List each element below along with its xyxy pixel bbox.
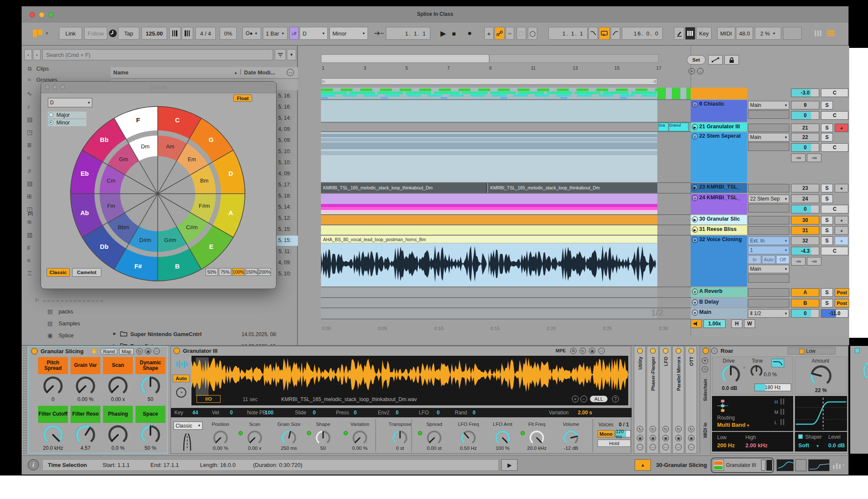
track-header[interactable]: 23 KMRBI_TSL_ [691, 183, 747, 193]
send-box[interactable]: -∞ [791, 257, 806, 266]
param-knob[interactable] [494, 429, 511, 446]
clip-lane[interactable] [321, 100, 657, 122]
io-empty-box[interactable] [748, 299, 789, 307]
io-dropdown[interactable]: 22 Stem Sep▼ [748, 195, 789, 203]
strip-icon[interactable]: ↻ [688, 426, 694, 432]
scale-root-dropdown[interactable]: D▼ [300, 27, 328, 40]
track-menu-icon[interactable]: ▾ [692, 289, 698, 295]
sidebar-item-splice[interactable]: Splice [59, 332, 74, 339]
eq-thumbnail[interactable] [808, 459, 830, 471]
track-number-box[interactable]: 32 [791, 236, 819, 245]
macro-knob[interactable] [107, 375, 129, 397]
draw-mode-button[interactable] [674, 27, 684, 40]
clip-lane[interactable]: AHA_BS_80_vocal_lead_loop_postman_horns_… [321, 236, 657, 286]
nudge-down-icon[interactable] [169, 27, 181, 40]
track-header[interactable]: 21 Granulator III [691, 123, 747, 131]
device-header-icon[interactable]: ⧉ [570, 348, 577, 354]
shaper-graph[interactable] [795, 396, 847, 431]
tone-freq-box[interactable]: 180 Hz [754, 384, 791, 391]
param-knob[interactable] [562, 429, 580, 446]
clip-lane[interactable] [321, 287, 657, 297]
circle-window-titlebar[interactable]: [Circle] [41, 82, 276, 93]
show-device-chain-button[interactable]: ▲ [635, 459, 651, 471]
sidebar-item-samples[interactable]: Samples [59, 320, 80, 327]
solo-button[interactable]: S [821, 226, 833, 235]
strip-icon[interactable]: ↻ [662, 426, 669, 432]
volume-box[interactable]: 0 [791, 309, 819, 318]
add-track-icon[interactable]: + [689, 68, 695, 74]
waveform-view-icon[interactable] [175, 359, 188, 370]
device-on-icon[interactable] [174, 348, 180, 354]
sample-display[interactable]: I/O11 secKMRBI_TSL_165_melodic_stack_loo… [191, 356, 628, 405]
io-empty-box[interactable] [748, 226, 789, 235]
track-header[interactable]: 24 KMRBI_TSL_ [691, 194, 747, 214]
device-header-icon[interactable]: ↻ [580, 348, 586, 354]
audio-clip[interactable]: KMRBI_TSL_165_melodic_stack_loop_thinkab… [321, 183, 487, 193]
show-hide-w-button[interactable]: W [744, 319, 755, 328]
routing-dropdown[interactable]: Multi Band ▾ [717, 422, 749, 428]
strip-icon[interactable]: ▣ [675, 435, 682, 441]
device-on-icon[interactable] [637, 348, 643, 354]
device-header-icon[interactable]: ▣ [589, 348, 595, 354]
solo-button[interactable]: S [821, 101, 833, 109]
strip-icon[interactable]: ⋯ [688, 444, 694, 450]
param-knob[interactable] [460, 429, 477, 446]
mod-source-value[interactable]: 0 [437, 410, 440, 416]
sidebar-category-icon[interactable]: ♖ [27, 270, 32, 277]
clip-lane[interactable] [321, 298, 657, 307]
collapsed-device-ott[interactable]: OTT↻▣⋯ [685, 346, 697, 454]
macro-knob[interactable] [42, 424, 64, 446]
search-input[interactable]: Search (Cmd + F) [42, 49, 273, 60]
link-button[interactable]: Link [59, 27, 82, 40]
sidechain-listen-icon[interactable]: ☉ [702, 366, 708, 372]
clip-granul[interactable]: Granul [669, 123, 689, 131]
volume-box[interactable]: -4.3 [791, 247, 819, 255]
browser-forward-button[interactable]: › [33, 49, 41, 60]
sidebar-category-icon[interactable]: ◳ [27, 129, 32, 136]
nudge-up-icon[interactable] [182, 27, 193, 40]
strip-icon[interactable]: ↻ [650, 426, 656, 432]
set-button[interactable]: Set [687, 55, 706, 65]
track-play-icon[interactable]: ▶ [692, 124, 698, 130]
param-knob[interactable] [280, 429, 297, 446]
arm-button[interactable]: ◕ [835, 226, 848, 235]
drive-knob[interactable] [720, 364, 741, 385]
io-indicator-box[interactable] [783, 27, 802, 40]
strip-icon[interactable]: ▣ [650, 435, 656, 441]
io-dropdown[interactable]: Main▼ [748, 101, 789, 109]
loop-start-handle-icon[interactable]: ▷ [322, 79, 325, 83]
track-header[interactable]: B Delay [691, 298, 747, 307]
tap-tempo-icon[interactable] [108, 27, 118, 40]
mod-source-value[interactable]: 0 [230, 410, 233, 416]
strip-icon[interactable]: ▣ [662, 435, 669, 441]
clip-lane[interactable] [321, 308, 657, 319]
strip-icon[interactable]: ↻ [637, 426, 643, 432]
solo-button[interactable]: S [821, 195, 833, 203]
device-on-icon[interactable] [663, 348, 668, 354]
volume-box[interactable]: 0 [791, 143, 819, 152]
io-empty-box[interactable] [748, 184, 789, 192]
sidebar-category-icon[interactable]: ▤ [27, 180, 32, 187]
shaper-mode-dropdown[interactable]: Soft ▾ [798, 442, 818, 449]
mode-dropdown[interactable]: Classic▼ [174, 422, 203, 430]
strip-icon[interactable]: ⋯ [650, 444, 656, 450]
track-menu-icon[interactable]: ≡ [692, 195, 698, 201]
scale-toggle-chip[interactable]: ♭# [289, 27, 299, 40]
param-knob[interactable] [528, 429, 545, 446]
io-dropdown[interactable]: Ⅱ 1/2▼ [748, 309, 789, 318]
back-to-arrangement-button[interactable]: ⬅ [506, 27, 514, 40]
sample-rate-field[interactable]: 48.0 [736, 27, 753, 40]
mod-source-label[interactable]: LFO [419, 410, 429, 416]
sidebar-category-icon[interactable]: ≣ [27, 142, 32, 148]
macro-knob[interactable] [42, 375, 64, 397]
expand-icon[interactable]: ↑ [711, 348, 718, 354]
track-play-icon[interactable]: ▶ [692, 227, 698, 233]
partial-knob[interactable] [862, 359, 868, 383]
clip-gra[interactable]: Gra [658, 123, 668, 131]
follow-icon[interactable]: → [697, 68, 703, 74]
zoom-button-200%[interactable]: 200% [259, 268, 271, 276]
device-on-icon[interactable] [31, 348, 38, 354]
punch-in-button[interactable] [588, 27, 598, 40]
midi-arrangement-overdub-button[interactable] [494, 27, 505, 40]
mod-source-value[interactable]: 0 [354, 410, 357, 416]
